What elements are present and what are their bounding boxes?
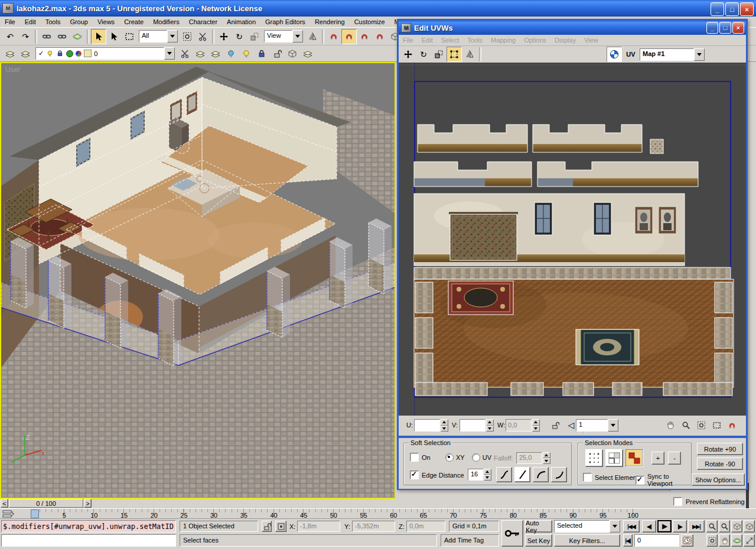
z-field[interactable]: 0,0m <box>406 521 445 532</box>
viewport-user[interactable]: User Z x <box>0 62 396 499</box>
main-titlebar[interactable]: M lakohaz2.max - 3ds max 5 - Unregistere… <box>0 0 756 17</box>
edge-distance-checkbox[interactable] <box>410 470 419 479</box>
face-mode-button[interactable] <box>625 449 643 467</box>
dialog-maximize-button[interactable]: □ <box>719 22 731 34</box>
region-zoom-button[interactable] <box>706 534 718 547</box>
use-center-button[interactable] <box>305 29 320 44</box>
uv-rotate-button[interactable]: ↻ <box>416 47 431 62</box>
w-field[interactable]: 0,0 <box>506 419 532 432</box>
add-time-tag[interactable]: Add Time Tag <box>441 534 499 547</box>
render-layer-button[interactable] <box>300 46 315 61</box>
close-button[interactable]: × <box>740 2 754 16</box>
menu-item[interactable]: Views <box>93 17 119 27</box>
key-filter-dropdown[interactable]: Selected <box>554 520 620 532</box>
menu-item[interactable]: Edit <box>20 17 41 27</box>
show-options-button[interactable]: Show Options... <box>692 473 745 486</box>
properties-button[interactable] <box>285 46 300 61</box>
uv-channel-button[interactable]: UV <box>622 47 640 62</box>
menu-item[interactable]: Customize <box>350 17 390 27</box>
uv-snap-button[interactable] <box>725 418 739 432</box>
all-ids-dropdown[interactable]: 1 <box>576 419 618 432</box>
layer-props-button[interactable] <box>193 46 208 61</box>
selection-lock-button[interactable] <box>262 521 272 532</box>
next-frame-button[interactable]: |▶ <box>673 520 687 532</box>
edge-distance-spinner[interactable] <box>484 469 491 481</box>
prevent-reflattening-checkbox[interactable] <box>673 497 682 506</box>
key-mode-toggle[interactable]: |◀| <box>623 534 633 547</box>
time-slider-handle[interactable]: 0 / 100 <box>9 499 83 508</box>
sync-to-viewport-checkbox[interactable] <box>636 476 644 485</box>
dialog-minimize-button[interactable]: _ <box>706 22 718 34</box>
auto-key-button[interactable]: Auto Key <box>525 520 552 532</box>
dialog-menu-item[interactable]: Display <box>550 36 580 44</box>
menu-item[interactable]: Modifiers <box>148 17 184 27</box>
percent-snap-button[interactable] <box>357 29 372 44</box>
current-frame-marker[interactable] <box>31 509 39 518</box>
falloff-linear-button[interactable] <box>514 467 530 482</box>
menu-item[interactable]: Character <box>184 17 222 27</box>
maxscript-input[interactable] <box>1 534 176 547</box>
maximize-button[interactable]: □ <box>725 2 739 16</box>
y-field[interactable]: -5,352m <box>352 521 395 532</box>
uv-scale-button[interactable] <box>431 47 447 62</box>
link-button[interactable] <box>39 29 54 44</box>
set-key-button[interactable]: Set Key <box>525 534 552 547</box>
arc-rotate-button[interactable] <box>731 534 742 547</box>
edge-mode-button[interactable] <box>605 449 623 467</box>
falloff-slow-button[interactable] <box>533 467 549 482</box>
maxscript-mini-listener[interactable]: $.modifiers[#unwrap_uvw].unwrap.setMatID… <box>1 520 176 532</box>
reference-coordinate-dropdown[interactable]: View <box>264 30 303 43</box>
zoom-button[interactable] <box>706 520 718 532</box>
pan-button[interactable] <box>719 534 730 547</box>
falloff-fast-button[interactable] <box>551 467 567 482</box>
zoom-extents-all-button[interactable] <box>744 520 755 532</box>
menu-item[interactable]: File <box>0 17 20 27</box>
uv-radio[interactable] <box>472 453 480 462</box>
dialog-menu-item[interactable]: Tools <box>463 36 487 44</box>
select-element-checkbox[interactable] <box>583 473 592 482</box>
window-crossing-button[interactable] <box>180 29 195 44</box>
current-frame-field[interactable]: 0 <box>634 534 679 547</box>
menu-item[interactable]: Create <box>119 17 148 27</box>
dialog-close-button[interactable]: × <box>732 22 744 34</box>
dialog-menu-item[interactable]: Edit <box>418 36 437 44</box>
dialog-menu-item[interactable]: View <box>580 36 602 44</box>
uv-layout[interactable] <box>399 63 746 416</box>
soft-selection-on-checkbox[interactable] <box>410 453 419 462</box>
split-button[interactable] <box>177 46 193 61</box>
layer-manager-button[interactable] <box>18 46 33 61</box>
viewport-label[interactable]: User <box>5 66 20 74</box>
go-to-start-button[interactable]: |◀◀ <box>623 520 640 532</box>
freeze-button[interactable] <box>254 46 269 61</box>
redo-button[interactable]: ↷ <box>18 29 33 44</box>
falloff-spinner[interactable] <box>543 452 550 464</box>
rotate-minus-90-button[interactable]: Rotate -90 <box>697 458 743 470</box>
go-to-end-button[interactable]: ▶▶| <box>688 520 705 532</box>
u-spinner[interactable] <box>441 419 448 432</box>
uv-zoom-extents-button[interactable] <box>709 418 724 432</box>
mini-curve-editor-icon[interactable] <box>2 509 16 519</box>
dialog-menu-item[interactable]: Select <box>437 36 464 44</box>
track-bar-ruler[interactable]: 0510152025303540455055606570758085909510… <box>15 509 636 519</box>
select-by-name-button[interactable] <box>106 29 122 44</box>
dialog-menu-item[interactable]: Mapping <box>487 36 520 44</box>
v-spinner[interactable] <box>486 419 494 432</box>
u-field[interactable] <box>414 419 440 432</box>
minimize-button[interactable]: _ <box>711 2 724 16</box>
menu-item[interactable]: Animation <box>222 17 260 27</box>
shrink-selection-button[interactable]: - <box>668 452 681 465</box>
viewport-scene[interactable] <box>1 63 395 498</box>
edge-distance-field[interactable]: 16 <box>468 469 483 481</box>
layer-list-button[interactable] <box>2 46 18 61</box>
map-dropdown[interactable]: Map #1 <box>640 48 705 61</box>
uv-canvas[interactable] <box>399 63 746 416</box>
rotate-plus-90-button[interactable]: Rotate +90 <box>697 443 743 455</box>
lock-selected-vertices-button[interactable] <box>548 418 562 432</box>
undo-button[interactable]: ↶ <box>2 29 18 44</box>
bind-to-spacewarp-button[interactable] <box>70 29 85 44</box>
vertex-mode-button[interactable] <box>585 449 603 467</box>
absolute-mode-button[interactable] <box>275 521 286 532</box>
snap-toggle-button[interactable] <box>326 29 341 44</box>
grow-selection-button[interactable]: + <box>651 452 664 465</box>
zoom-all-button[interactable] <box>719 520 730 532</box>
